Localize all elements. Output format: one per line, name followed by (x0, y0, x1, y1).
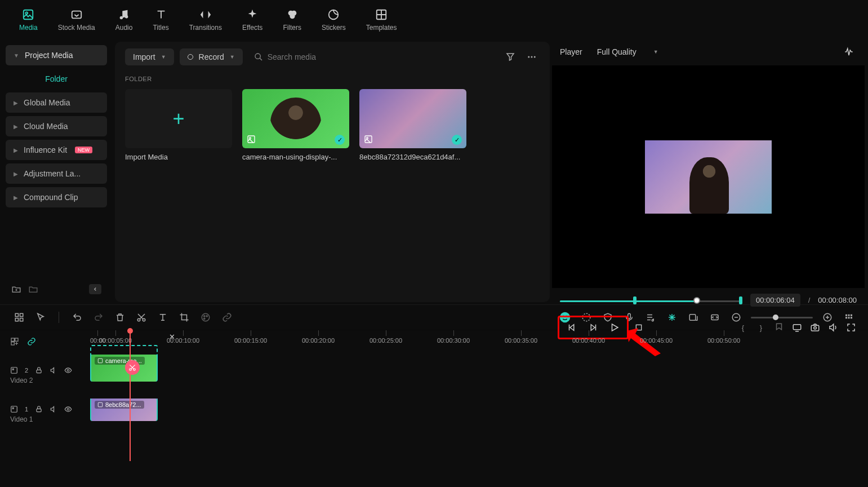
svg-rect-52 (11, 368, 17, 374)
cursor-icon[interactable] (34, 311, 47, 324)
lock-icon[interactable] (35, 405, 43, 413)
current-time: 00:00:06:04 (750, 294, 800, 307)
check-icon: ✓ (335, 135, 345, 145)
nav-audio[interactable]: Audio (108, 5, 141, 35)
image-icon (97, 402, 103, 408)
eye-icon[interactable] (64, 366, 72, 374)
import-dropdown[interactable]: Import ▼ (125, 48, 174, 65)
link-toggle-icon[interactable] (27, 337, 36, 346)
folder-heading: FOLDER (125, 76, 540, 82)
mute-icon[interactable] (50, 366, 57, 374)
nav-titles[interactable]: Titles (145, 5, 176, 35)
record-dropdown[interactable]: Record ▼ (180, 48, 243, 65)
quality-select[interactable]: Full Quality ▼ (590, 45, 665, 59)
sidebar-influence-kit[interactable]: ▶ Influence Kit NEW (6, 140, 107, 160)
chevron-right-icon: ▶ (14, 100, 18, 106)
scrubber[interactable] (560, 295, 742, 306)
svg-rect-0 (24, 10, 33, 20)
svg-point-22 (814, 327, 817, 330)
delete-button[interactable] (113, 311, 127, 324)
media-item-nebula[interactable]: ✓ 8ebc88a72312d9eca621d4af... (359, 89, 466, 161)
eye-icon[interactable] (64, 405, 72, 413)
in-point-marker[interactable] (633, 296, 636, 304)
track-image-icon (10, 366, 18, 374)
svg-rect-25 (15, 318, 18, 321)
svg-point-62 (67, 408, 69, 410)
svg-point-55 (67, 369, 69, 371)
nav-templates[interactable]: Templates (358, 5, 405, 35)
link-button[interactable] (220, 311, 234, 324)
chevron-down-icon: ▼ (653, 49, 658, 55)
grid-view-icon[interactable] (12, 311, 26, 324)
nav-stickers[interactable]: Stickers (314, 5, 354, 35)
crop-button[interactable] (177, 311, 191, 324)
svg-rect-16 (365, 136, 372, 143)
timeline-ruler[interactable]: 00:00 00:00:05:00 00:00:10:00 00:00:15:0… (90, 330, 868, 352)
video-preview[interactable] (552, 65, 865, 288)
import-media-card[interactable]: + Import Media (125, 89, 232, 161)
media-item-camera-man[interactable]: ✓ camera-man-using-display-... (242, 89, 349, 161)
sidebar-adjustment-layer[interactable]: ▶ Adjustment La... (6, 163, 107, 184)
chevron-right-icon: ▶ (14, 123, 18, 130)
filters-icon (286, 8, 299, 21)
nav-media[interactable]: Media (11, 5, 46, 35)
slider-handle[interactable] (773, 315, 778, 320)
chevron-right-icon: ▶ (14, 194, 18, 201)
svg-rect-59 (11, 406, 17, 413)
svg-rect-50 (15, 338, 18, 341)
sidebar-cloud-media[interactable]: ▶ Cloud Media (6, 116, 107, 136)
track-head-video-2[interactable]: 2 Video 2 (0, 352, 90, 399)
filter-icon[interactable] (502, 49, 518, 65)
clear-selection-button[interactable]: ✕ (169, 333, 175, 341)
waveform-icon[interactable] (841, 44, 857, 60)
playhead[interactable] (130, 330, 131, 461)
nav-stock-media[interactable]: Stock Media (50, 5, 103, 35)
check-icon: ✓ (452, 135, 462, 145)
color-button[interactable] (199, 311, 212, 324)
text-tool-button[interactable] (156, 311, 170, 324)
cut-button[interactable] (135, 311, 148, 324)
undo-button[interactable] (70, 311, 84, 324)
redo-button[interactable] (92, 311, 105, 324)
search-input[interactable]: Search media (248, 48, 497, 65)
sidebar-project-media[interactable]: ▼ Project Media (6, 45, 107, 65)
new-folder-icon[interactable] (11, 284, 21, 294)
nav-filters[interactable]: Filters (275, 5, 309, 35)
player-title: Player (560, 47, 582, 56)
image-icon (97, 358, 103, 364)
chevron-right-icon: ▶ (14, 171, 18, 177)
sidebar-global-media[interactable]: ▶ Global Media (6, 92, 107, 113)
collapse-sidebar-button[interactable] (89, 284, 101, 294)
svg-rect-2 (72, 11, 81, 19)
track-head-video-1[interactable]: 1 Video 1 (0, 399, 90, 430)
folder-back-icon[interactable] (28, 284, 38, 294)
svg-rect-23 (15, 313, 18, 316)
templates-icon (375, 8, 388, 21)
text-icon (154, 8, 168, 21)
zoom-slider[interactable] (751, 317, 813, 318)
clip-camera-man[interactable]: camera-ma... (90, 355, 158, 382)
svg-rect-63 (98, 402, 103, 407)
chevron-down-icon: ▼ (161, 54, 166, 60)
mute-icon[interactable] (50, 405, 57, 413)
svg-point-4 (125, 15, 128, 18)
svg-rect-56 (98, 358, 103, 363)
scrubber-handle[interactable] (693, 297, 700, 304)
sidebar-compound-clip[interactable]: ▶ Compound Clip (6, 187, 107, 207)
svg-point-53 (12, 369, 14, 370)
add-track-icon[interactable] (10, 337, 19, 346)
chevron-down-icon: ▼ (230, 54, 235, 60)
svg-point-30 (204, 316, 205, 317)
more-icon[interactable] (524, 49, 540, 65)
nav-effects[interactable]: Effects (234, 5, 270, 35)
svg-point-10 (255, 54, 260, 59)
nav-transitions[interactable]: Transitions (181, 5, 230, 35)
svg-point-15 (250, 138, 251, 139)
clip-nebula[interactable]: 8ebc88a72... (90, 399, 158, 421)
transitions-icon (199, 8, 212, 21)
lock-icon[interactable] (35, 366, 43, 374)
out-point-marker[interactable] (739, 296, 742, 304)
sidebar-folder[interactable]: Folder (6, 69, 107, 89)
svg-point-29 (202, 313, 210, 321)
track-image-icon (10, 405, 18, 413)
